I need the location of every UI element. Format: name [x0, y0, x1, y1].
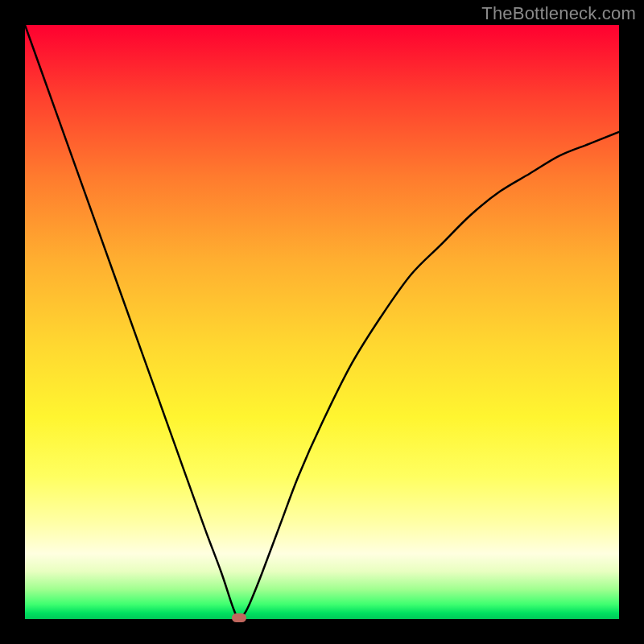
min-marker [232, 613, 246, 622]
chart-frame: TheBottleneck.com [0, 0, 644, 644]
watermark-label: TheBottleneck.com [481, 3, 636, 24]
curve-path [25, 25, 619, 619]
plot-area [25, 25, 619, 619]
bottleneck-curve [25, 25, 619, 619]
